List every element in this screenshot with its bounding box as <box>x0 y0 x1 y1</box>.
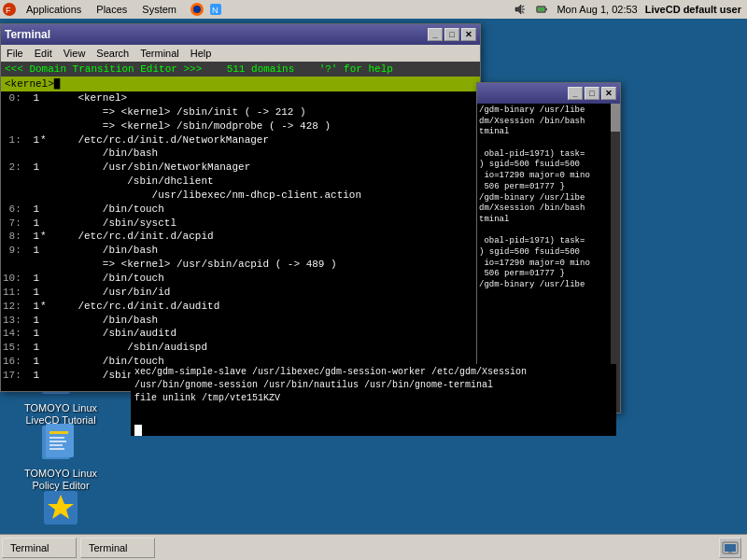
terminal-bottom-area: xec/gdm-simple-slave /usr/libexec/gdm-se… <box>131 364 616 425</box>
table-row: 11: 1 /usr/bin/id <box>3 286 478 300</box>
svg-rect-25 <box>49 448 64 450</box>
menu-help[interactable]: Help <box>185 45 218 62</box>
taskbar-terminal-2-label: Terminal <box>89 542 128 553</box>
taskbar-bottom-right <box>719 538 747 558</box>
terminal-bottom-body[interactable]: xec/gdm-simple-slave /usr/libexec/gdm-se… <box>131 364 616 425</box>
policy-editor-icon <box>38 420 83 465</box>
svg-text:F: F <box>6 6 11 15</box>
window-controls: _ □ ✕ <box>428 28 476 41</box>
menu-file[interactable]: File <box>1 45 29 62</box>
table-row: 2: 1 /usr/sbin/NetworkManager <box>3 161 478 175</box>
table-row: 9: 1 /bin/bash <box>3 244 478 258</box>
taskbar-bottom: Terminal Terminal <box>0 534 747 560</box>
table-row: 1: 1* /etc/rc.d/init.d/NetworkManager <box>3 133 478 147</box>
restore-button-2[interactable]: □ <box>585 87 599 100</box>
places-menu[interactable]: Places <box>89 0 134 19</box>
cursor-block <box>134 425 142 436</box>
svg-rect-30 <box>728 552 732 553</box>
minimize-button-2[interactable]: _ <box>568 87 583 100</box>
power-icon[interactable] <box>534 2 549 17</box>
table-row: /usr/libexec/nm-dhcp-client.action <box>3 189 478 203</box>
table-row: 8: 1* /etc/rc.d/init.d/acpid <box>3 230 478 244</box>
table-row: 14: 1 /sbin/auditd <box>3 327 478 341</box>
terminal-main-titlebar: Terminal _ □ ✕ <box>1 24 480 45</box>
table-row: => <kernel> /sbin/init ( -> 212 ) <box>3 105 478 119</box>
table-row: 6: 1 /bin/touch <box>3 203 478 217</box>
svg-text:N: N <box>212 6 218 15</box>
top-right-area: Mon Aug 1, 02:53 LiveCD default user <box>512 2 747 17</box>
terminal-cursor-line[interactable] <box>131 425 616 436</box>
menu-view[interactable]: View <box>58 45 92 62</box>
svg-rect-29 <box>725 544 736 552</box>
terminal-main-window: Terminal _ □ ✕ File Edit View Search Ter… <box>0 23 481 392</box>
top-menu: Applications Places System <box>19 0 184 19</box>
kernel-cursor: <kernel>█ <box>5 78 60 90</box>
menu-edit[interactable]: Edit <box>29 45 58 62</box>
table-row: 7: 1 /sbin/sysctl <box>3 217 478 231</box>
taskbar-top: F Applications Places System N <box>0 0 747 19</box>
network-tray-icon[interactable] <box>719 538 741 558</box>
table-row: /sbin/dhclient <box>3 175 478 189</box>
firefox-icon[interactable] <box>190 2 204 17</box>
applications-menu[interactable]: Applications <box>19 0 89 19</box>
svg-rect-12 <box>538 7 544 11</box>
terminal-main-title: Terminal <box>5 28 50 41</box>
taskbar-terminal-1[interactable]: Terminal <box>2 538 77 558</box>
terminal-menu-bar: File Edit View Search Terminal Help <box>1 45 480 62</box>
svg-rect-22 <box>49 437 64 439</box>
svg-rect-24 <box>49 444 63 446</box>
taskbar-terminal-1-label: Terminal <box>10 542 49 553</box>
svg-line-7 <box>522 6 524 7</box>
svg-rect-11 <box>545 8 547 10</box>
scrollbar-thumb[interactable] <box>611 104 620 132</box>
svg-rect-23 <box>49 441 66 442</box>
terminal-second-titlebar: _ □ ✕ <box>477 83 620 104</box>
svg-rect-21 <box>49 431 68 434</box>
kernel-active-bar: <kernel>█ <box>1 77 480 91</box>
system-menu[interactable]: System <box>134 0 184 19</box>
menu-terminal[interactable]: Terminal <box>134 45 185 62</box>
username: LiveCD default user <box>645 4 741 15</box>
svg-marker-6 <box>515 5 521 14</box>
svg-rect-31 <box>726 553 735 554</box>
table-row: => <kernel> /sbin/modprobe ( -> 428 ) <box>3 119 478 133</box>
table-row: 0: 1 <kernel> <box>3 91 478 105</box>
table-row: 15: 1 /sbin/audispd <box>3 341 478 355</box>
violation-log-icon <box>38 485 83 530</box>
taskbar-terminal-2[interactable]: Terminal <box>80 538 155 558</box>
terminal-main-body[interactable]: <<< Domain Transition Editor >>> 511 dom… <box>1 62 480 391</box>
maximize-button[interactable]: □ <box>444 28 459 41</box>
desktop-icon-policy-editor[interactable]: TOMOYO LinuxPolicy Editor <box>23 420 98 492</box>
table-row: 13: 1 /bin/bash <box>3 314 478 328</box>
term-content-area[interactable]: 0: 1 <kernel> => <kernel> /sbin/init ( -… <box>1 91 480 383</box>
volume-icon[interactable] <box>512 2 527 17</box>
table-row: 10: 1 /bin/touch <box>3 272 478 286</box>
app-logo-icon: F <box>2 2 17 17</box>
clock: Mon Aug 1, 02:53 <box>557 4 637 15</box>
svg-line-9 <box>522 11 524 13</box>
table-row: => <kernel> /usr/sbin/acpid ( -> 489 ) <box>3 258 478 272</box>
dte-header: <<< Domain Transition Editor >>> 511 dom… <box>1 62 480 77</box>
network-icon-top[interactable]: N <box>208 2 223 17</box>
close-button-2[interactable]: ✕ <box>601 87 616 100</box>
table-row: /bin/bash <box>3 147 478 161</box>
svg-point-3 <box>193 6 201 13</box>
menu-search[interactable]: Search <box>91 45 134 62</box>
window-controls-2: _ □ ✕ <box>568 87 616 100</box>
table-row: 12: 1* /etc/rc.d/init.d/auditd <box>3 300 478 314</box>
close-button[interactable]: ✕ <box>461 28 476 41</box>
minimize-button[interactable]: _ <box>428 28 443 41</box>
